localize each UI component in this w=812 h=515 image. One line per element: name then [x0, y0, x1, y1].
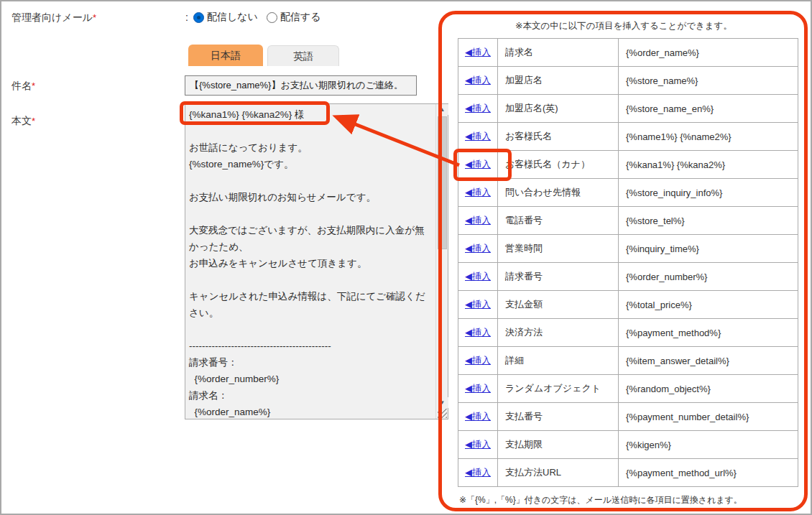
body-label-text: 本文	[11, 115, 32, 126]
item-name: 加盟店名	[498, 67, 619, 95]
item-name: 請求番号	[498, 263, 619, 291]
table-row: ◀挿入 支払期限 {%kigen%}	[458, 431, 798, 459]
required-asterisk: *	[32, 116, 35, 126]
radio-deliver[interactable]	[267, 12, 277, 23]
item-name: 支払方法URL	[498, 459, 619, 487]
item-name: 詳細	[498, 347, 619, 375]
insert-link[interactable]: ◀挿入	[465, 215, 491, 226]
item-name: 問い合わせ先情報	[498, 179, 619, 207]
insert-link[interactable]: ◀挿入	[465, 383, 491, 394]
radio-deliver-label: 配信する	[280, 11, 321, 24]
insert-link[interactable]: ◀挿入	[465, 159, 491, 170]
scroll-down-icon[interactable]: ▼	[436, 397, 448, 408]
item-variable: {%store_inquiry_info%}	[619, 179, 798, 207]
insert-link[interactable]: ◀挿入	[465, 131, 491, 141]
table-row: ◀挿入 請求番号 {%order_number%}	[458, 263, 798, 291]
scrollbar-thumb[interactable]	[438, 116, 447, 249]
table-row: ◀挿入 支払方法URL {%payment_method_url%}	[458, 459, 798, 487]
table-row: ◀挿入 電話番号 {%store_tel%}	[458, 207, 798, 235]
item-variable: {%name1%} {%name2%}	[619, 123, 798, 151]
item-name: 電話番号	[498, 207, 619, 235]
item-variable: {%payment_method%}	[619, 319, 798, 347]
body-textarea[interactable]: {%kana1%} {%kana2%} 様 お世話になっております。 {%sto…	[185, 103, 448, 419]
table-row: ◀挿入 問い合わせ先情報 {%store_inquiry_info%}	[458, 179, 798, 207]
item-variable: {%store_tel%}	[619, 207, 798, 235]
item-variable: {%random_object%}	[619, 375, 798, 403]
colon-separator: :	[185, 11, 188, 23]
body-scrollbar[interactable]: ▲ ▼	[435, 104, 448, 419]
item-name: 営業時間	[498, 235, 619, 263]
body-label: 本文*	[11, 115, 35, 128]
delivery-radio-group: : 配信しない 配信する	[185, 11, 330, 24]
insert-link[interactable]: ◀挿入	[465, 75, 491, 85]
item-variable: {%payment_method_url%}	[619, 459, 798, 487]
table-row: ◀挿入 加盟店名 {%store_name%}	[458, 67, 798, 95]
table-row: ◀挿入 請求名 {%order_name%}	[458, 39, 798, 67]
item-variable: {%item_answer_detail%}	[619, 347, 798, 375]
item-variable: {%kana1%} {%kana2%}	[619, 151, 798, 179]
insert-link[interactable]: ◀挿入	[465, 411, 491, 422]
item-name: 支払番号	[498, 403, 619, 431]
item-variable: {%order_name%}	[619, 39, 798, 67]
admin-mail-label-text: 管理者向けメール	[11, 11, 93, 23]
tab-english[interactable]: 英語	[267, 45, 339, 66]
table-row: ◀挿入 支払金額 {%total_price%}	[458, 291, 798, 319]
subject-label-text: 件名	[11, 80, 32, 91]
insert-link[interactable]: ◀挿入	[465, 327, 491, 338]
insert-link[interactable]: ◀挿入	[465, 355, 491, 366]
item-name: 加盟店名(英)	[498, 95, 619, 123]
table-row: ◀挿入 支払番号 {%payment_number_detail%}	[458, 403, 798, 431]
item-name: ランダムオブジェクト	[498, 375, 619, 403]
scroll-up-icon[interactable]: ▲	[436, 104, 448, 115]
table-row: ◀挿入 お客様氏名（カナ） {%kana1%} {%kana2%}	[458, 151, 798, 179]
admin-mail-label: 管理者向けメール*	[11, 11, 96, 24]
item-variable: {%payment_number_detail%}	[619, 403, 798, 431]
insert-panel-note-top: ※本文の中に以下の項目を挿入することができます。	[440, 20, 808, 32]
insert-link[interactable]: ◀挿入	[465, 47, 491, 57]
item-variable: {%total_price%}	[619, 291, 798, 319]
item-name: 決済方法	[498, 319, 619, 347]
mail-settings-screen: 管理者向けメール* : 配信しない 配信する 日本語 英語 件名* 本文* {%…	[0, 0, 812, 515]
required-asterisk: *	[32, 80, 35, 91]
table-row: ◀挿入 営業時間 {%inquiry_time%}	[458, 235, 798, 263]
table-row: ◀挿入 詳細 {%item_answer_detail%}	[458, 347, 798, 375]
language-tabs: 日本語 英語	[188, 45, 339, 66]
item-variable: {%store_name%}	[619, 67, 798, 95]
item-variable: {%kigen%}	[619, 431, 798, 459]
table-row: ◀挿入 お客様氏名 {%name1%} {%name2%}	[458, 123, 798, 151]
insert-link[interactable]: ◀挿入	[465, 243, 491, 254]
insert-variables-table: ◀挿入 請求名 {%order_name%} ◀挿入 加盟店名 {%store_…	[458, 38, 798, 487]
radio-no-delivery-label: 配信しない	[207, 11, 258, 24]
item-name: お客様氏名（カナ）	[498, 151, 619, 179]
table-row: ◀挿入 ランダムオブジェクト {%random_object%}	[458, 375, 798, 403]
insert-link[interactable]: ◀挿入	[465, 271, 491, 282]
insert-link[interactable]: ◀挿入	[465, 299, 491, 310]
item-name: お客様氏名	[498, 123, 619, 151]
required-asterisk: *	[93, 12, 96, 23]
insert-link[interactable]: ◀挿入	[465, 439, 491, 450]
insert-link[interactable]: ◀挿入	[465, 103, 491, 113]
insert-link[interactable]: ◀挿入	[465, 187, 491, 198]
subject-label: 件名*	[11, 80, 35, 93]
insert-link[interactable]: ◀挿入	[465, 467, 491, 478]
item-variable: {%inquiry_time%}	[619, 235, 798, 263]
item-name: 支払期限	[498, 431, 619, 459]
body-textarea-content: {%kana1%} {%kana2%} 様 お世話になっております。 {%sto…	[185, 104, 435, 419]
item-variable: {%order_number%}	[619, 263, 798, 291]
insert-panel-note-bottom: ※「{%」,「%}」付きの文字は、メール送信時に各項目に置換されます。	[459, 494, 742, 506]
table-row: ◀挿入 加盟店名(英) {%store_name_en%}	[458, 95, 798, 123]
radio-no-delivery[interactable]	[193, 12, 204, 23]
item-name: 支払金額	[498, 291, 619, 319]
table-row: ◀挿入 決済方法 {%payment_method%}	[458, 319, 798, 347]
resize-grip-icon[interactable]	[438, 409, 447, 418]
subject-input[interactable]	[185, 75, 417, 96]
item-name: 請求名	[498, 39, 619, 67]
item-variable: {%store_name_en%}	[619, 95, 798, 123]
tab-japanese[interactable]: 日本語	[188, 45, 263, 66]
